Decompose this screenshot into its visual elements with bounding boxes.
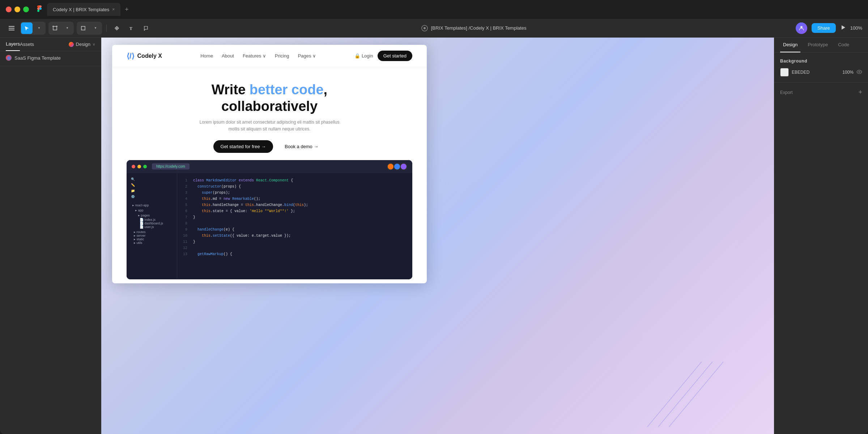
nav-login: 🔒 Login (354, 53, 373, 59)
code-line-2: 2 constructor(props) { (182, 184, 408, 190)
browser-window: Codely X | BRIX Templates × + (0, 0, 868, 434)
comment-tool[interactable] (140, 22, 152, 34)
file-routes-item: ▸ routes (134, 230, 173, 234)
logo-icon: ⟨/⟩ (127, 52, 135, 60)
layer-item-label: SaaS Figma Template (14, 55, 61, 61)
layer-item-saas[interactable]: SaaS Figma Template (0, 51, 101, 64)
cta-secondary-btn[interactable]: Book a demo → (277, 140, 326, 153)
hero-title-highlight: better code (250, 82, 324, 97)
close-traffic-light[interactable] (6, 7, 12, 12)
breadcrumb-title: [BRIX Templates] /Codely X | BRIX Templa… (431, 25, 527, 31)
editor-url: https://codely.com (152, 163, 190, 169)
nav-cta: 🔒 Login Get started (354, 51, 412, 61)
user-avatar[interactable] (796, 22, 807, 34)
editor-sidebar-icon-search: 🔍 (131, 177, 173, 181)
tool-separator-1 (106, 25, 107, 32)
file-index: 📄 index.js (140, 218, 173, 222)
file-utils-item: ▸ utils (134, 241, 173, 245)
file-app-folder: ▸ app ▸ pages 📄 index.js 📄 dashboard.js … (131, 208, 173, 229)
canvas-area[interactable]: ⟨/⟩ Codely X Home About Features ∨ Prici… (101, 38, 774, 434)
panel-header: Layers Assets Design ∨ (0, 38, 101, 51)
code-editor: https://codely.com 🔍 ✏️ 📁 (127, 160, 412, 279)
figma-toolbar: ▼ ▼ (0, 19, 868, 38)
select-tool-dropdown[interactable]: ▼ (33, 22, 45, 34)
decorative-lines (629, 326, 738, 434)
file-static-item: ▸ static (134, 237, 173, 241)
editor-sidebar-icon-folder: 📁 (131, 189, 173, 193)
export-section: Export + (774, 83, 868, 102)
frame-tool[interactable] (49, 22, 61, 34)
file-routes: ▸ routes ▸ server ▸ static ▸ utils (131, 230, 173, 245)
background-color-swatch[interactable] (780, 68, 789, 77)
svg-point-12 (424, 27, 426, 29)
frame-tool-group: ▼ (48, 22, 74, 35)
share-button[interactable]: Share (812, 23, 836, 33)
svg-rect-0 (9, 26, 14, 27)
hero-subtitle: Lorem ipsum dolor sit amet consectetur a… (197, 119, 342, 133)
menu-button[interactable] (6, 22, 17, 34)
toolbar-left: ▼ ▼ (6, 22, 152, 35)
website-nav: ⟨/⟩ Codely X Home About Features ∨ Prici… (112, 45, 427, 67)
play-button[interactable] (840, 25, 846, 32)
cta-primary-btn[interactable]: Get started for free → (213, 140, 273, 153)
svg-marker-14 (842, 25, 845, 30)
assets-tab[interactable]: Assets (20, 38, 34, 51)
hero-title-write: Write (212, 82, 250, 97)
design-mode-indicator[interactable]: Design ∨ (69, 39, 95, 50)
code-line-11: 11 } (182, 239, 408, 245)
logo-text: Codely X (137, 53, 162, 59)
tab-close-btn[interactable]: × (112, 7, 115, 12)
canvas-content: ⟨/⟩ Codely X Home About Features ∨ Prici… (112, 45, 774, 434)
shape-tool-dropdown[interactable]: ▼ (90, 22, 101, 34)
main-layout: Layers Assets Design ∨ SaaS Figma Templa… (0, 38, 868, 434)
background-opacity-value: 100% (839, 70, 854, 75)
background-row: EBEDED 100% (780, 68, 862, 77)
code-line-13: 13 getRawMarkup() { (182, 251, 408, 257)
design-tab[interactable]: Design (780, 38, 800, 52)
right-panel: Design Prototype Code Background EBEDED … (774, 38, 868, 434)
maximize-traffic-light[interactable] (23, 7, 29, 12)
minimize-traffic-light[interactable] (14, 7, 20, 12)
nav-features: Features ∨ (243, 53, 266, 59)
editor-dot-yellow (137, 165, 141, 168)
hero-buttons: Get started for free → Book a demo → (127, 140, 412, 153)
svg-rect-8 (81, 26, 85, 30)
active-tab[interactable]: Codely X | BRIX Templates × (47, 3, 120, 16)
select-tool[interactable] (21, 22, 33, 34)
editor-avatar-2 (393, 163, 401, 170)
file-user: 📄 user.js (140, 225, 173, 229)
zoom-indicator[interactable]: 100% (850, 25, 862, 31)
text-tool[interactable]: T (125, 22, 137, 34)
file-tree: ▸ react-app ▸ app ▸ pages 📄 index.js 📄 d… (131, 203, 173, 245)
code-line-12: 12 (182, 245, 408, 251)
traffic-lights (6, 7, 29, 12)
hero-title: Write better code, collaboratively (127, 82, 412, 115)
new-tab-btn[interactable]: + (125, 6, 129, 13)
svg-point-16 (859, 71, 860, 73)
svg-point-13 (800, 26, 803, 28)
shape-tool[interactable] (77, 22, 89, 34)
nav-home: Home (200, 53, 213, 59)
prototype-tab[interactable]: Prototype (805, 38, 831, 52)
file-indexjs: 📄 index.js 📄 dashboard.js 📄 user.js (137, 218, 173, 229)
code-line-9: 9 handleChange(e) { (182, 227, 408, 233)
pen-tool[interactable] (111, 22, 123, 34)
visibility-toggle-icon[interactable] (856, 69, 862, 76)
left-panel: Layers Assets Design ∨ SaaS Figma Templa… (0, 38, 101, 434)
design-mode-chevron: ∨ (93, 42, 95, 46)
code-tab[interactable]: Code (835, 38, 852, 52)
export-label: Export (780, 90, 793, 95)
frame-tool-dropdown[interactable]: ▼ (61, 22, 73, 34)
editor-code-area: 1 class MarkdownEditor extends React.Com… (177, 173, 412, 279)
svg-text:T: T (129, 26, 132, 31)
file-server-item: ▸ server (134, 234, 173, 237)
background-label: Background (780, 59, 862, 64)
layers-tab[interactable]: Layers (6, 38, 20, 51)
nav-pages: Pages ∨ (298, 53, 316, 59)
file-react-app: ▸ react-app (131, 203, 173, 208)
nav-links: Home About Features ∨ Pricing Pages ∨ (200, 53, 316, 59)
website-logo: ⟨/⟩ Codely X (127, 52, 162, 60)
toolbar-center: [BRIX Templates] /Codely X | BRIX Templa… (421, 25, 527, 32)
export-add-button[interactable]: + (858, 89, 862, 96)
website-hero: Write better code, collaboratively Lorem… (112, 67, 427, 160)
